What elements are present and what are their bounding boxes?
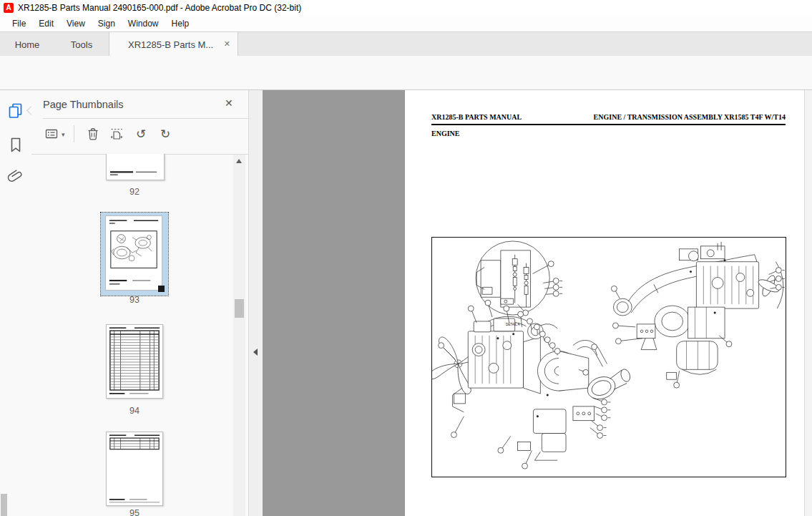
panel-divider [43, 118, 248, 119]
title-bar: A XR1285-B Parts Manual 2490165-000.pdf … [0, 0, 812, 16]
thumbnail-options-icon[interactable] [44, 127, 59, 141]
window-title: XR1285-B Parts Manual 2490165-000.pdf - … [18, 3, 301, 13]
main-toolbar: / 293 60.6% ▾ ▾ [0, 56, 812, 90]
menu-help[interactable]: Help [165, 17, 196, 30]
page-thumbnails-panel: Page Thumbnails ✕ ▾ ↺ ↻ 92 [31, 90, 248, 516]
panel-scrollbar-thumb[interactable] [235, 299, 244, 318]
panel-toolbar-separator [74, 125, 74, 142]
navigation-pane-strip [0, 90, 31, 516]
delete-pages-icon[interactable] [86, 127, 100, 141]
menu-file[interactable]: File [6, 17, 32, 30]
bookmarks-panel-icon[interactable] [6, 136, 25, 155]
panel-scrollbar[interactable] [233, 155, 245, 516]
rotate-cw-icon[interactable]: ↻ [157, 127, 173, 141]
page-header-left: XR1285-B PARTS MANUAL [431, 113, 522, 121]
engine-diagram-figure: DETAIL A [431, 237, 786, 477]
tab-close-icon[interactable]: ✕ [224, 39, 230, 49]
attachments-panel-icon[interactable] [6, 167, 25, 186]
document-view: XR1285-B PARTS MANUAL ENGINE / TRANSMISS… [263, 90, 804, 516]
thumbnail-page-95[interactable] [106, 432, 163, 506]
pdf-page-93: XR1285-B PARTS MANUAL ENGINE / TRANSMISS… [405, 90, 804, 516]
menu-bar: File Edit View Sign Window Help [0, 16, 812, 31]
extract-pages-icon[interactable] [109, 127, 124, 141]
menu-sign[interactable]: Sign [92, 17, 122, 30]
thumbnail-selected-marker [158, 286, 165, 292]
collapse-left-arrow-icon[interactable] [253, 349, 258, 356]
menu-view[interactable]: View [60, 17, 92, 30]
page-thumbnails-panel-icon[interactable] [6, 102, 25, 120]
page-header-rule [431, 124, 786, 125]
panel-collapse-strip[interactable] [248, 90, 263, 516]
thumbnail-page-92[interactable] [106, 154, 165, 180]
panel-title: Page Thumbnails [43, 99, 124, 110]
document-scrollbar[interactable] [804, 90, 812, 516]
tab-tools[interactable]: Tools [54, 32, 109, 57]
thumbnail-label: 95 [106, 508, 163, 516]
tab-home[interactable]: Home [0, 32, 54, 57]
thumbnail-label: 93 [106, 295, 163, 305]
acrobat-app-icon: A [4, 3, 14, 13]
scroll-up-arrow-icon[interactable] [236, 159, 242, 163]
thumbnail-page-94[interactable] [106, 324, 163, 399]
content-area: Page Thumbnails ✕ ▾ ↺ ↻ 92 [0, 90, 812, 516]
page-section-title: ENGINE [431, 130, 459, 137]
menu-window[interactable]: Window [122, 17, 165, 30]
tab-bar: Home Tools XR1285-B Parts M... ✕ [0, 31, 812, 56]
menu-edit[interactable]: Edit [32, 17, 60, 30]
document-scrollbar-thumb[interactable] [1, 494, 7, 516]
tab-document[interactable]: XR1285-B Parts M... ✕ [109, 32, 238, 57]
tab-document-label: XR1285-B Parts M... [128, 39, 213, 50]
thumbnail-page-93[interactable] [105, 215, 162, 291]
panel-close-icon[interactable]: ✕ [225, 97, 233, 109]
rotate-ccw-icon[interactable]: ↺ [133, 127, 149, 141]
thumbnail-options-caret-icon[interactable]: ▾ [62, 131, 65, 138]
detail-a-label: DETAIL A [506, 323, 520, 326]
page-header-right: ENGINE / TRANSMISSION ASSEMBLY XR1585 T4… [594, 113, 786, 121]
thumbnail-selection-93[interactable] [101, 213, 168, 296]
thumbnail-label: 94 [106, 406, 163, 416]
thumbnail-label: 92 [106, 187, 163, 197]
